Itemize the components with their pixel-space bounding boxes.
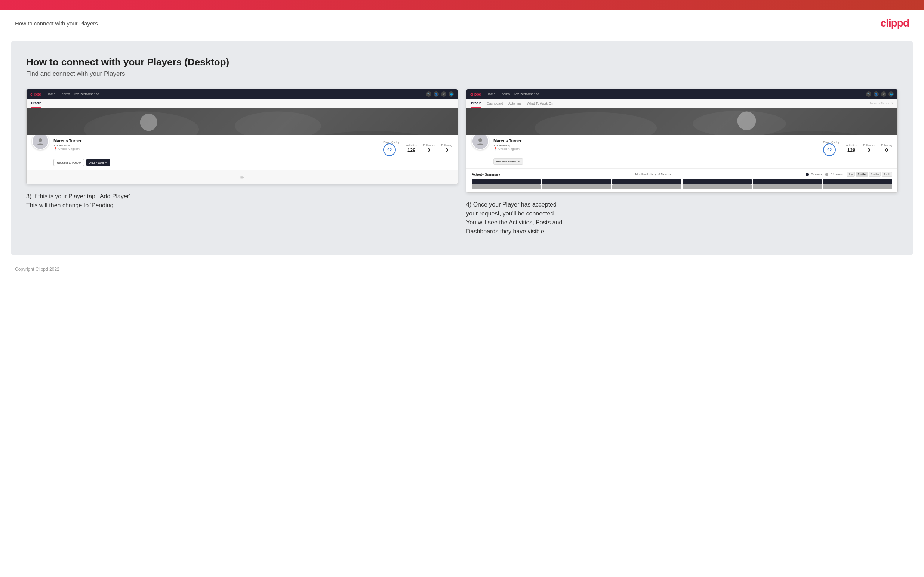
svg-point-8 <box>737 112 756 131</box>
browser-mockup-left: clippd Home Teams My Performance 🔍 👤 ⚙ 🌐 <box>26 89 458 184</box>
marcus-turner-nav-label: Marcus Turner <box>870 102 889 105</box>
tab-dashboard[interactable]: Dashboard <box>487 99 503 107</box>
left-nav-items: Home Teams My Performance <box>46 92 99 96</box>
nav-extra: Marcus Turner ▾ <box>870 102 893 105</box>
off-course-bar <box>472 184 541 190</box>
tab-what-to-work-on[interactable]: What To Work On <box>527 99 554 107</box>
right-nav-bar: clippd Home Teams My Performance 🔍 👤 ⚙ 🌐 <box>467 89 897 99</box>
right-stat-followers: Followers 0 <box>863 144 874 153</box>
right-player-country: 📍 United Kingdom <box>493 147 823 150</box>
bar-group <box>542 179 611 189</box>
activity-bars-chart <box>472 179 892 189</box>
left-nav-logo: clippd <box>30 92 41 96</box>
bar-group <box>823 179 892 189</box>
left-player-info-row: Marcus Turner 1-5 Handicap 📍 United King… <box>32 139 452 166</box>
right-player-name: Marcus Turner <box>493 139 823 143</box>
main-subtitle: Find and connect with your Players <box>26 70 898 78</box>
off-course-dot <box>825 173 828 176</box>
period-btn-1mth[interactable]: 1 mth <box>882 172 892 177</box>
off-course-bar <box>683 184 752 190</box>
top-bar <box>0 0 924 10</box>
off-course-bar <box>612 184 682 190</box>
on-course-bar <box>683 179 752 184</box>
left-quality-circle: 92 <box>383 143 396 156</box>
activity-legend: On course Off course <box>806 173 843 176</box>
plus-icon: + <box>105 161 107 164</box>
svg-point-4 <box>39 138 42 142</box>
right-player-details: Marcus Turner 1-5 Handicap 📍 United King… <box>493 139 823 150</box>
right-player-stats: Player Quality 92 Activities 129 <box>823 141 892 156</box>
period-btn-6mths[interactable]: 6 mths <box>856 172 868 177</box>
add-player-button[interactable]: Add Player + <box>86 159 110 166</box>
bar-group <box>612 179 682 189</box>
tab-profile-left[interactable]: Profile <box>31 99 42 108</box>
bar-group <box>753 179 822 189</box>
activity-controls: On course Off course 1 yr 6 mths 3 mths … <box>806 172 892 177</box>
on-course-bar <box>823 179 892 184</box>
page-footer: Copyright Clippd 2022 <box>0 262 924 276</box>
left-nav-myperformance[interactable]: My Performance <box>74 92 99 96</box>
svg-point-9 <box>478 138 482 142</box>
activity-summary-header: Activity Summary Monthly Activity · 6 Mo… <box>472 172 892 177</box>
on-course-bar <box>542 179 611 184</box>
screenshot-left-block: clippd Home Teams My Performance 🔍 👤 ⚙ 🌐 <box>26 89 458 236</box>
on-course-bar <box>612 179 682 184</box>
activity-summary-section: Activity Summary Monthly Activity · 6 Mo… <box>467 168 897 192</box>
activity-period-label: Monthly Activity · 6 Months <box>635 172 671 176</box>
right-nav-teams[interactable]: Teams <box>500 92 510 96</box>
clippd-logo: clippd <box>880 17 909 29</box>
search-icon[interactable]: 🔍 <box>426 92 431 97</box>
main-title: How to connect with your Players (Deskto… <box>26 56 898 68</box>
screenshot-right-block: clippd Home Teams My Performance 🔍 👤 ⚙ 🌐 <box>466 89 898 236</box>
left-nav-home[interactable]: Home <box>46 92 55 96</box>
tab-profile-right[interactable]: Profile <box>471 99 481 108</box>
right-user-icon[interactable]: 👤 <box>874 92 879 97</box>
left-player-handicap: 1-5 Handicap <box>53 144 383 147</box>
right-player-info-row: Marcus Turner 1-5 Handicap 📍 United King… <box>472 139 892 165</box>
left-player-details: Marcus Turner 1-5 Handicap 📍 United King… <box>53 139 383 150</box>
bar-group <box>472 179 541 189</box>
right-location-icon: 📍 <box>493 147 497 150</box>
right-profile-section: Marcus Turner 1-5 Handicap 📍 United King… <box>467 135 897 168</box>
on-course-bar <box>753 179 822 184</box>
caption-left: 3) If this is your Player tap, 'Add Play… <box>26 192 458 210</box>
svg-point-3 <box>140 114 157 131</box>
left-player-country: 📍 United Kingdom <box>53 147 383 150</box>
period-btn-1yr[interactable]: 1 yr <box>846 172 855 177</box>
user-dropdown-icon[interactable]: ▾ <box>892 102 893 105</box>
left-nav-icons: 🔍 👤 ⚙ 🌐 <box>426 92 454 97</box>
page-header: How to connect with your Players clippd <box>0 10 924 34</box>
off-course-bar <box>542 184 611 190</box>
off-course-label: Off course <box>830 173 843 176</box>
right-stat-quality: Player Quality 92 <box>823 141 840 156</box>
left-nav-teams[interactable]: Teams <box>60 92 70 96</box>
right-globe-icon[interactable]: 🌐 <box>888 92 894 97</box>
right-search-icon[interactable]: 🔍 <box>866 92 871 97</box>
remove-player-button[interactable]: Remove Player ✕ <box>493 158 523 165</box>
right-stat-activities: Activities 129 <box>846 144 857 153</box>
activity-summary-title: Activity Summary <box>472 172 500 176</box>
right-settings-icon[interactable]: ⚙ <box>881 92 886 97</box>
right-nav-myperformance[interactable]: My Performance <box>514 92 539 96</box>
settings-icon[interactable]: ⚙ <box>441 92 446 97</box>
tab-activities[interactable]: Activities <box>508 99 522 107</box>
right-nav-items: Home Teams My Performance <box>486 92 539 96</box>
left-nav-bar: clippd Home Teams My Performance 🔍 👤 ⚙ 🌐 <box>27 89 457 99</box>
left-stat-activities: Activities 129 <box>406 144 417 153</box>
on-course-bar <box>472 179 541 184</box>
request-to-follow-button[interactable]: Request to Follow <box>53 159 84 166</box>
page-header-title: How to connect with your Players <box>15 20 98 26</box>
right-nav-home[interactable]: Home <box>486 92 495 96</box>
globe-icon[interactable]: 🌐 <box>449 92 454 97</box>
left-browser-footer: ✏ <box>27 170 457 184</box>
on-course-label: On course <box>811 173 823 176</box>
right-player-avatar <box>472 132 489 150</box>
period-btn-3mths[interactable]: 3 mths <box>869 172 880 177</box>
caption-right: 4) Once your Player has accepted your re… <box>466 200 898 236</box>
copyright-text: Copyright Clippd 2022 <box>15 267 60 272</box>
banner-image-right <box>467 108 897 135</box>
right-player-handicap: 1-5 Handicap <box>493 144 823 147</box>
right-tabs: Profile Dashboard Activities What To Wor… <box>467 99 897 108</box>
right-nav-icons: 🔍 👤 ⚙ 🌐 <box>866 92 894 97</box>
user-icon[interactable]: 👤 <box>434 92 439 97</box>
